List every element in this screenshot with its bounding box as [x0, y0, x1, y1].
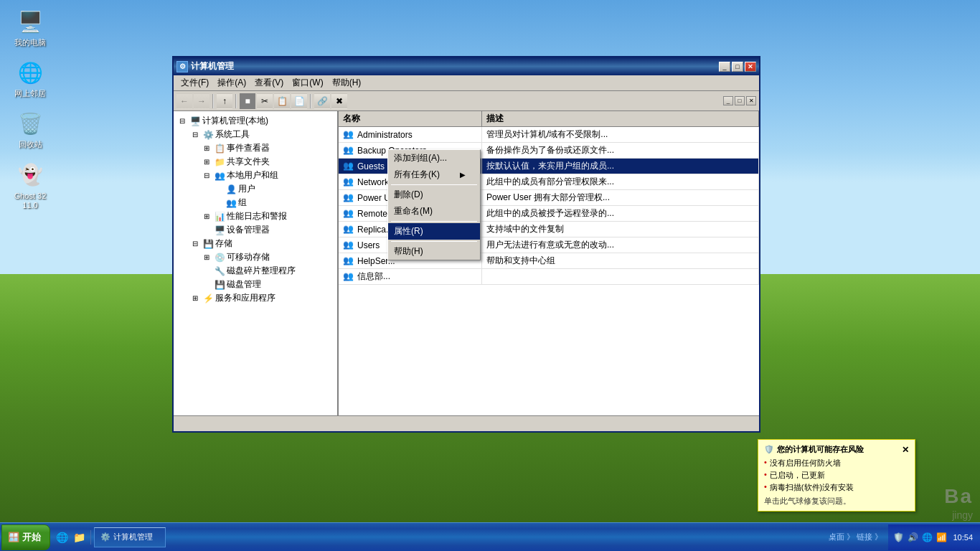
taskbar-clock: 10:54: [950, 533, 976, 542]
ghost-icon[interactable]: 👻 Ghost 32 11.0: [7, 161, 53, 210]
row-help-desc: 帮助和支持中心组: [482, 253, 759, 268]
window-title: 计算机管理: [191, 60, 234, 72]
ql-browser-icon[interactable]: 🌐: [55, 530, 69, 545]
admin-icon: 👥: [343, 129, 354, 141]
notification-close-button[interactable]: ✕: [902, 445, 909, 455]
network-group-icon: 👥: [343, 176, 354, 188]
tree-local-users[interactable]: ⊟ 👥 本地用户和组: [176, 169, 334, 182]
tree-storage[interactable]: ⊟ 💾 存储: [176, 237, 334, 250]
taskbar-window-item[interactable]: ⚙️ 计算机管理: [94, 527, 166, 547]
row-users-desc: 用户无法进行有意或无意的改动...: [482, 237, 759, 253]
context-delete[interactable]: 删除(D): [388, 187, 480, 203]
tray-icon-2[interactable]: 🌐: [921, 532, 933, 543]
quick-launch: 🌐 📁: [50, 530, 91, 545]
menu-bar: 文件(F) 操作(A) 查看(V) 窗口(W) 帮助(H): [174, 75, 759, 91]
context-all-tasks[interactable]: 所有任务(K) ▶: [388, 166, 480, 183]
back-button[interactable]: ←: [176, 93, 192, 109]
menu-file[interactable]: 文件(F): [176, 75, 213, 90]
ctx-tasks-label: 所有任务(K): [394, 169, 440, 181]
row-info-name: 👥 信息部...: [339, 269, 482, 284]
notification-header: 🛡️ 您的计算机可能存在风险 ✕: [764, 444, 909, 455]
maximize-button[interactable]: □: [732, 62, 743, 72]
start-icon: 🪟: [8, 532, 19, 542]
tree-services-apps[interactable]: ⊞ ⚡ 服务和应用程序: [176, 291, 334, 305]
inner-maximize[interactable]: □: [735, 96, 745, 105]
my-computer-icon[interactable]: 🖥️ 我的电脑: [7, 7, 53, 47]
notif-text-2: 病毒扫描(软件)没有安装: [770, 482, 854, 493]
menu-action[interactable]: 操作(A): [213, 75, 250, 90]
tray-icon-1[interactable]: 🔊: [907, 532, 918, 543]
tree-groups[interactable]: 👥 组: [176, 196, 334, 209]
inner-minimize[interactable]: _: [723, 96, 733, 105]
tree-lu-label: 本地用户和组: [227, 169, 278, 182]
desktop-icons-container: 🖥️ 我的电脑 🌐 网上邻居 🗑️ 回收站 👻 Ghost 32 11.0: [7, 7, 53, 210]
ctx-sep-2: [391, 221, 477, 222]
tree-pl-label: 性能日志和警报: [227, 210, 287, 222]
root-expand-icon: ⊟: [176, 116, 188, 127]
title-bar: ⚙ 计算机管理 _ □ ✕: [174, 57, 759, 75]
g-expand: [212, 197, 224, 209]
toolbar-btn-3[interactable]: ■: [240, 93, 255, 109]
menu-help[interactable]: 帮助(H): [328, 75, 366, 90]
notification-footer[interactable]: 单击此气球修复该问题。: [764, 496, 909, 507]
start-button[interactable]: 🪟 开始: [1, 524, 50, 550]
notification-popup: 🛡️ 您的计算机可能存在风险 ✕ 没有启用任何防火墙 已启动，已更新 病毒扫描(…: [758, 439, 915, 512]
tree-shared-folder[interactable]: ⊞ 📁 共享文件夹: [176, 155, 334, 169]
tray-icon-0[interactable]: 🛡️: [892, 532, 904, 543]
pl-icon: 📊: [214, 211, 225, 222]
tree-removable[interactable]: ⊞ 💿 可移动存储: [176, 250, 334, 264]
df-expand: [201, 265, 212, 277]
context-properties[interactable]: 属性(R): [388, 223, 480, 240]
tree-device-mgr[interactable]: 🖥️ 设备管理器: [176, 223, 334, 237]
admin-name-text: Administrators: [357, 130, 413, 140]
paste-button[interactable]: 📄: [291, 93, 307, 109]
tree-sf-label: 共享文件夹: [227, 156, 270, 168]
users-icon: 👥: [343, 240, 354, 251]
sa-expand: ⊞: [189, 293, 201, 304]
taskbar: 🪟 开始 🌐 📁 ⚙️ 计算机管理 桌面 》 链接 》 🛡️ 🔊 🌐 📶 10:…: [0, 522, 980, 551]
link-button[interactable]: 🔗: [314, 93, 330, 109]
minimize-button[interactable]: _: [719, 62, 730, 72]
menu-window[interactable]: 窗口(W): [288, 75, 327, 90]
inner-close[interactable]: ✕: [746, 96, 756, 105]
forward-button[interactable]: →: [194, 93, 209, 109]
tree-dsk-label: 磁盘管理: [227, 278, 261, 291]
copy-button[interactable]: 📋: [274, 93, 290, 109]
help-icon: 👥: [343, 255, 354, 267]
tree-root[interactable]: ⊟ 🖥️ 计算机管理(本地): [176, 114, 334, 128]
ev-expand: ⊞: [201, 143, 212, 154]
row-admin-desc: 管理员对计算机/域有不受限制...: [482, 127, 759, 142]
context-add-to-group[interactable]: 添加到组(A)...: [388, 150, 480, 166]
desktop: 🖥️ 我的电脑 🌐 网上邻居 🗑️ 回收站 👻 Ghost 32 11.0 ⚙ …: [0, 0, 980, 551]
tree-event-viewer[interactable]: ⊞ 📋 事件查看器: [176, 141, 334, 155]
menu-view[interactable]: 查看(V): [250, 75, 288, 90]
u-expand: [212, 184, 224, 195]
row-info-dept[interactable]: 👥 信息部...: [339, 269, 759, 285]
row-power-desc: Power User 拥有大部分管理权...: [482, 190, 759, 205]
tree-ev-label: 事件查看器: [227, 142, 270, 154]
row-repl-desc: 支持域中的文件复制: [482, 222, 759, 237]
tree-users[interactable]: 👤 用户: [176, 182, 334, 196]
tree-perf-log[interactable]: ⊞ 📊 性能日志和警报: [176, 209, 334, 223]
network-icon[interactable]: 🌐 网上邻居: [7, 58, 53, 98]
ql-explorer-icon[interactable]: 📁: [72, 530, 86, 545]
delete-button[interactable]: ✖: [331, 93, 347, 109]
context-rename[interactable]: 重命名(M): [388, 203, 480, 220]
up-button[interactable]: ↑: [217, 93, 232, 109]
sys-tools-expand: ⊟: [189, 129, 201, 141]
context-help[interactable]: 帮助(H): [388, 243, 480, 260]
tree-system-tools[interactable]: ⊟ ⚙️ 系统工具: [176, 128, 334, 141]
cut-button[interactable]: ✂: [257, 93, 273, 109]
close-button[interactable]: ✕: [745, 62, 756, 72]
taskbar-breadcrumb: 桌面 》 链接 》: [823, 532, 888, 542]
row-administrators[interactable]: 👥 Administrators 管理员对计算机/域有不受限制...: [339, 127, 759, 143]
dm-expand: [201, 225, 212, 236]
tray-icon-3[interactable]: 📶: [936, 532, 947, 543]
lu-expand: ⊟: [201, 170, 212, 182]
tree-defrag[interactable]: 🔧 磁盘碎片整理程序: [176, 264, 334, 278]
tree-disk-mgr[interactable]: 💾 磁盘管理: [176, 278, 334, 291]
recycle-bin-icon[interactable]: 🗑️ 回收站: [7, 109, 53, 149]
guests-name-text: Guests: [357, 161, 385, 171]
row-admin-name: 👥 Administrators: [339, 127, 482, 142]
pl-expand: ⊞: [201, 211, 212, 222]
